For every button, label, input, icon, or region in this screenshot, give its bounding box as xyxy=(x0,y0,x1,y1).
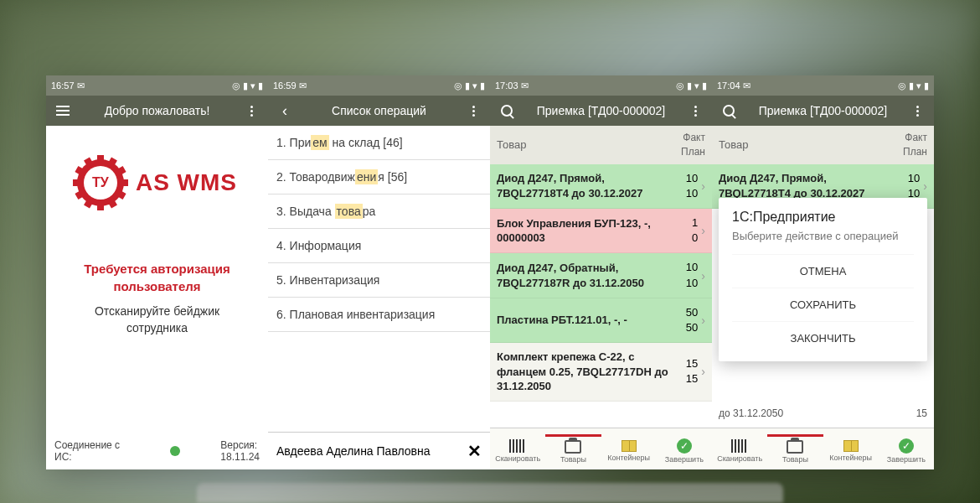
status-bar: 16:57 ✉ ◎▮▾▮ xyxy=(46,75,268,96)
clock: 16:59 xyxy=(273,80,297,91)
goods-row[interactable]: Комплект крепежа С-22, с фланцем 0.25, 7… xyxy=(490,343,712,402)
chevron-right-icon: › xyxy=(701,179,705,193)
app-bar-title: Добро пожаловать! xyxy=(73,104,241,117)
brand-name: AS WMS xyxy=(136,169,237,196)
welcome-content: ТУ AS WMS Требуется авторизация пользова… xyxy=(46,126,268,469)
goods-icon xyxy=(565,440,581,454)
operation-item[interactable]: 3. Выдача товара xyxy=(268,194,490,229)
app-bar-title: Приемка [ТД00-000002] xyxy=(739,104,907,117)
search-button[interactable] xyxy=(497,101,517,121)
search-button[interactable] xyxy=(719,101,739,121)
phone-welcome: 16:57 ✉ ◎▮▾▮ Добро пожаловать! xyxy=(46,75,268,469)
dialog-save-button[interactable]: СОХРАНИТЬ xyxy=(732,288,914,321)
clock: 17:04 xyxy=(717,80,740,91)
status-bar: 17:04✉ ◎▮▾▮ xyxy=(712,75,934,96)
back-icon: ‹ xyxy=(282,102,287,120)
nav-containers[interactable]: Контейнеры xyxy=(601,428,657,469)
goods-table-header: Товар Факт План xyxy=(490,126,712,164)
dots-icon xyxy=(250,106,253,117)
nav-containers[interactable]: Контейнеры xyxy=(823,428,879,469)
mail-icon: ✉ xyxy=(77,80,85,91)
auth-required-message: Требуется авторизация пользователя xyxy=(46,260,268,295)
operation-item[interactable]: 5. Инвентаризация xyxy=(268,263,490,298)
container-icon xyxy=(622,440,637,452)
phone-operations: 16:59✉ ◎▮▾▮ ‹ Список операций 1. Прием н… xyxy=(268,75,490,469)
goods-row[interactable]: Блок Управления БУП-123, -, 0000000310› xyxy=(490,209,712,253)
operation-item[interactable]: 2. Товародвижения [56] xyxy=(268,160,490,194)
search-icon xyxy=(501,105,513,117)
chevron-right-icon: › xyxy=(701,314,705,327)
dialog-cancel-button[interactable]: ОТМЕНА xyxy=(732,254,914,288)
connection-status-dot xyxy=(170,446,180,456)
macos-dock-blur xyxy=(197,483,783,503)
chevron-right-icon: › xyxy=(923,179,927,193)
clock: 17:03 xyxy=(495,80,518,91)
logo-gear: ТУ xyxy=(77,159,124,206)
user-footer: Авдеева Аделина Павловна ✕ xyxy=(268,432,490,469)
dialog-title: 1С:Предприятие xyxy=(732,210,914,225)
goods-row[interactable]: Пластина РБТ.121.01, -, -5050› xyxy=(490,298,712,343)
status-right-icons: ◎▮▾▮ xyxy=(232,80,263,91)
welcome-footer: Соединение с ИС: Версия: 18.11.24 xyxy=(46,433,268,469)
nav-finish[interactable]: Завершить xyxy=(879,428,934,469)
dialog-subtitle: Выберите действие с операцией xyxy=(732,230,914,242)
dialog-finish-button[interactable]: ЗАКОНЧИТЬ xyxy=(732,321,914,355)
modal-backdrop: Диод Д247, Прямой, 7BQL27718T4 до 30.12.… xyxy=(712,164,934,428)
bottom-nav: Сканировать Товары Контейнеры Завершить xyxy=(490,428,712,469)
user-name: Авдеева Аделина Павловна xyxy=(276,444,431,458)
goods-row[interactable]: Диод Д247, Обратный, 7BQL277187R до 31.1… xyxy=(490,253,712,298)
goods-row[interactable]: Диод Д247, Прямой, 7BQL27718T4 до 30.12.… xyxy=(490,164,712,209)
mail-icon: ✉ xyxy=(299,80,307,91)
back-button[interactable]: ‹ xyxy=(275,101,295,121)
goods-table-header: Товар ФактПлан xyxy=(712,126,934,164)
clock: 16:57 xyxy=(51,80,75,91)
nav-goods[interactable]: Товары xyxy=(545,428,601,469)
operations-list: 1. Прием на склад [46]2. Товародвижения … xyxy=(268,126,490,432)
operation-item[interactable]: 4. Информация xyxy=(268,229,490,263)
app-bar: Добро пожаловать! xyxy=(46,96,268,126)
overflow-button[interactable] xyxy=(907,101,927,121)
overflow-button[interactable] xyxy=(463,101,483,121)
scan-instruction: Отсканируйте бейджик сотрудника xyxy=(46,303,268,336)
status-bar: 16:59✉ ◎▮▾▮ xyxy=(268,75,490,96)
goods-row-peek: до 31.12.2050 15 xyxy=(719,407,927,419)
goods-list: Диод Д247, Прямой, 7BQL27718T4 до 30.12.… xyxy=(490,164,712,428)
chevron-right-icon: › xyxy=(701,269,705,283)
version-block: Версия: 18.11.24 xyxy=(220,439,260,463)
logo-text: ТУ xyxy=(84,166,117,200)
chevron-right-icon: › xyxy=(701,365,705,378)
app-bar-title: Список операций xyxy=(295,104,463,117)
nav-goods[interactable]: Товары xyxy=(767,428,823,469)
overflow-button[interactable] xyxy=(241,101,261,121)
nav-scan[interactable]: Сканировать xyxy=(712,428,767,469)
nav-scan[interactable]: Сканировать xyxy=(490,428,545,469)
menu-button[interactable] xyxy=(53,101,73,121)
app-bar: Приемка [ТД00-000002] xyxy=(712,96,934,126)
search-icon xyxy=(723,105,735,117)
close-button[interactable]: ✕ xyxy=(467,441,482,461)
app-bar: Приемка [ТД00-000002] xyxy=(490,96,712,126)
chevron-right-icon: › xyxy=(701,224,705,237)
status-bar: 17:03✉ ◎▮▾▮ xyxy=(490,75,712,96)
hamburger-icon xyxy=(56,106,70,116)
operation-item[interactable]: 6. Плановая инвентаризация xyxy=(268,298,490,332)
connection-label: Соединение с ИС: xyxy=(54,439,130,463)
barcode-icon xyxy=(509,439,526,453)
app-bar: ‹ Список операций xyxy=(268,96,490,126)
bottom-nav: Сканировать Товары Контейнеры Завершить xyxy=(712,428,934,469)
action-dialog: 1С:Предприятие Выберите действие с опера… xyxy=(719,198,927,361)
operation-item[interactable]: 1. Прием на склад [46] xyxy=(268,126,490,160)
app-bar-title: Приемка [ТД00-000002] xyxy=(517,104,685,117)
check-icon xyxy=(677,438,692,454)
phone-receiving-modal: 17:04✉ ◎▮▾▮ Приемка [ТД00-000002] Товар … xyxy=(712,75,934,469)
nav-finish[interactable]: Завершить xyxy=(657,428,712,469)
phone-screenshots-row: 16:57 ✉ ◎▮▾▮ Добро пожаловать! xyxy=(46,75,934,469)
overflow-button[interactable] xyxy=(685,101,705,121)
phone-receiving: 17:03✉ ◎▮▾▮ Приемка [ТД00-000002] Товар … xyxy=(490,75,712,469)
